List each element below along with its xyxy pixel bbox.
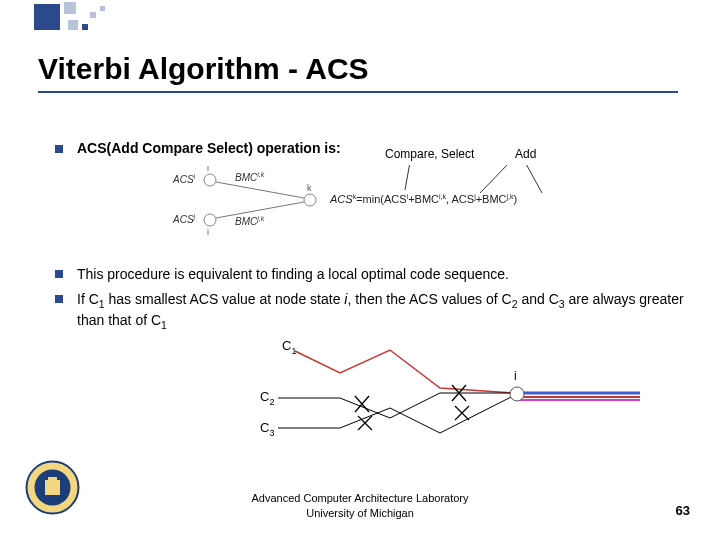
svg-line-6 <box>216 182 304 198</box>
acs-trellis-diagram: i j k ACSi BMCi,k ACSj BMCj,k ACSk=min(A… <box>170 165 590 235</box>
svg-line-2 <box>525 165 542 193</box>
bullet-3: If C1 has smallest ACS value at node sta… <box>55 290 690 332</box>
bullet-1-text: ACS(Add Compare Select) operation is: <box>77 140 341 156</box>
acs-equation: ACSk=min(ACSi+BMCi,k, ACSj+BMCj,k) <box>329 193 517 205</box>
svg-point-3 <box>204 174 216 186</box>
svg-text:C3: C3 <box>260 420 274 438</box>
svg-point-23 <box>510 387 524 401</box>
bullet-square-icon <box>55 270 63 278</box>
bullet-2: This procedure is equivalent to finding … <box>55 265 690 284</box>
svg-point-4 <box>204 214 216 226</box>
svg-text:ACSj: ACSj <box>172 213 196 225</box>
svg-line-0 <box>405 165 410 190</box>
bullet-square-icon <box>55 145 63 153</box>
title-rule <box>38 91 678 93</box>
svg-point-5 <box>304 194 316 206</box>
svg-line-1 <box>480 165 510 193</box>
bullet-2-text: This procedure is equivalent to finding … <box>77 265 509 284</box>
node-k-label: k <box>307 183 312 193</box>
svg-text:C1: C1 <box>282 338 296 356</box>
label-compare-select: Compare, Select <box>385 147 474 161</box>
page-title: Viterbi Algorithm - ACS <box>38 52 700 86</box>
svg-text:BMCi,k: BMCi,k <box>235 171 265 183</box>
svg-text:C2: C2 <box>260 389 274 407</box>
svg-text:BMCj,k: BMCj,k <box>235 215 265 227</box>
svg-rect-30 <box>48 477 57 481</box>
footer-line2: University of Michigan <box>0 506 720 520</box>
bullet-1: ACS(Add Compare Select) operation is: <box>55 140 690 156</box>
node-i-lbl: i <box>514 369 517 383</box>
label-add: Add <box>515 147 536 161</box>
svg-text:ACSi: ACSi <box>172 173 196 185</box>
node-j-label: j <box>206 227 209 235</box>
code-sequence-diagram: i C1 C2 C3 <box>260 338 650 448</box>
bullet-square-icon <box>55 295 63 303</box>
page-number: 63 <box>676 503 690 518</box>
footer: Advanced Computer Architecture Laborator… <box>0 491 720 520</box>
bullet-3-text: If C1 has smallest ACS value at node sta… <box>77 290 690 332</box>
node-i-label: i <box>207 165 209 173</box>
footer-line1: Advanced Computer Architecture Laborator… <box>0 491 720 505</box>
